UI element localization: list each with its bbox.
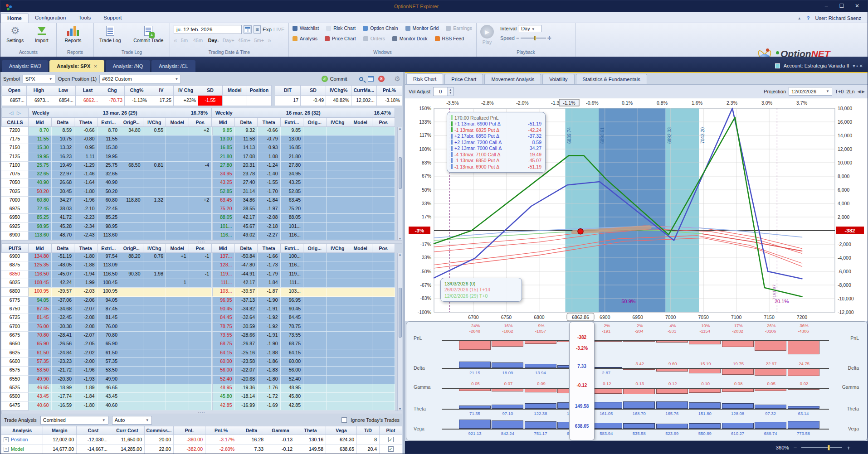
rss-feed-button[interactable]: RSS Feed — [435, 36, 464, 41]
expand-icon[interactable]: + — [4, 447, 9, 452]
puts-scrollbar[interactable]: ▲▼ — [397, 253, 402, 411]
tab-risk-chart[interactable]: Risk Chart — [406, 73, 443, 84]
risk-chart[interactable]: 6663.887161.976839.746890.616992.337043.… — [405, 98, 868, 321]
projection-date-select[interactable]: 12/02/2026▼ — [789, 87, 832, 96]
menu-tools[interactable]: Tools — [72, 13, 97, 23]
option-row[interactable]: 6825108.45-42.24-1.99108.45-1111...-42.1… — [1, 279, 402, 288]
zoom-in-icon[interactable]: + — [847, 444, 850, 451]
analysis-mode-select[interactable]: Combined▼ — [40, 416, 108, 425]
option-row[interactable]: 650043.45-17.74-1.8443.4545.80-18.14-1.7… — [1, 393, 402, 401]
plot-checkbox[interactable]: ✓ — [388, 437, 394, 442]
tab-analysis-cl[interactable]: Analysis: /CL — [151, 60, 195, 72]
plot-checkbox[interactable]: ✓ — [388, 446, 394, 452]
reports-button[interactable]: Reports — [60, 25, 86, 43]
trade-log-button[interactable]: Trade Log — [98, 25, 123, 43]
collapse-ribbon-icon[interactable]: ▲ — [798, 16, 801, 20]
option-row[interactable]: 702550.2030.45-1.8050.2052.8531.14-1.705… — [1, 188, 402, 197]
option-row[interactable]: 707532.6522.97-1.4632.6534.9523.78-1.403… — [1, 170, 402, 179]
projection-step-arrows[interactable]: ◀ ▶ — [858, 89, 865, 94]
option-row[interactable]: 6875125.35-48.05-1.88113.09128...-47.80-… — [1, 261, 402, 270]
option-row[interactable]: 6900113.6048.70-2.43113.60116...49.02-2.… — [1, 232, 402, 240]
option-row[interactable]: 6850116.50-45.07-1.94116.5090.301.98-111… — [1, 270, 402, 279]
option-row[interactable]: 652546.65-18.99-1.8946.6548.95-19.36-1.7… — [1, 384, 402, 393]
commit-trade-button[interactable]: Commit Trade — [131, 25, 166, 43]
interval-select[interactable]: Day ▼ — [518, 25, 541, 32]
expand-icon[interactable]: + — [4, 437, 9, 442]
strategy-select[interactable]: #692 Custom▼ — [99, 75, 181, 83]
splitter-handle[interactable]: ▪▪▪▪ — [1, 411, 402, 414]
symbol-select[interactable]: SPX▼ — [23, 75, 55, 83]
date-back-icon[interactable]: « — [174, 37, 177, 44]
date-step-5m+[interactable]: 5m+ — [254, 38, 264, 43]
calendar-icon[interactable] — [244, 25, 252, 34]
chain-prev-icon[interactable]: ◁ — [10, 110, 13, 116]
date-step-45m-[interactable]: 45m- — [193, 38, 205, 43]
chain-settings-gear-icon[interactable]: ⚙ — [395, 75, 400, 83]
date-step-Day+[interactable]: Day+ — [223, 38, 234, 43]
date-forward-icon[interactable]: » — [268, 37, 271, 44]
option-row[interactable]: 655049.90-20.30-1.9349.9052.40-20.68-1.8… — [1, 376, 402, 384]
import-button[interactable]: Import — [31, 25, 53, 43]
option-row[interactable]: 715015.3013.32-0.9515.3016.8514.13-0.931… — [1, 144, 402, 153]
option-row[interactable]: 657553.50-21.72-1.9653.5056.00-22.07-1.8… — [1, 367, 402, 375]
option-row[interactable]: 665065.90-26.56-2.0565.9068.75-26.87-1.9… — [1, 340, 402, 349]
option-row[interactable]: 710025.7519.49-1.2925.7568.500.81-427.80… — [1, 162, 402, 170]
tab-analysis-ewj[interactable]: Analysis: EWJ — [2, 60, 48, 72]
export-grid-icon[interactable] — [368, 76, 374, 82]
menu-configuration[interactable]: Configuration — [29, 13, 72, 23]
minimize-button[interactable]: – — [819, 2, 833, 10]
zoom-slider[interactable] — [801, 447, 842, 448]
ta-row[interactable]: +Position12,002.00-12,030...11,650.0020.… — [1, 435, 402, 444]
settings-button[interactable]: ⚙Settings — [4, 25, 26, 43]
option-row[interactable]: 6900134.80-51.19-1.8097.5488.200.76+1-11… — [1, 253, 402, 261]
option-row[interactable]: 72008.708.59-0.668.7034.800.55+29.859.32… — [1, 127, 402, 135]
option-row[interactable]: 662561.50-24.84-2.0261.5064.15-25.16-1.8… — [1, 349, 402, 358]
projection-mode-label[interactable]: T+0 — [835, 89, 844, 94]
splitter-handle[interactable]: ▪▪▪▪ — [1, 240, 402, 244]
zoom-out-icon[interactable]: − — [794, 444, 797, 451]
option-row[interactable]: 712519.9516.23-1.1119.9521.8017.08-1.082… — [1, 153, 402, 162]
tab-statistics-fundamentals[interactable]: Statistics & Fundamentals — [576, 74, 647, 84]
chain-next-icon[interactable]: ▷ — [17, 110, 20, 116]
trading-date-input[interactable] — [174, 25, 242, 34]
ignore-todays-trades-checkbox[interactable] — [341, 417, 347, 423]
tab-movement-analysis[interactable]: Movement Analysis — [484, 74, 541, 84]
option-row[interactable]: 667570.80-28.41-2.0770.8073.55-28.66-1.9… — [1, 332, 402, 340]
maximize-button[interactable]: ☐ — [835, 2, 848, 10]
option-row[interactable]: 677594.05-37.06-2.0694.0596.95-37.13-1.9… — [1, 297, 402, 305]
vol-adjust-spinner[interactable]: 0▲▼ — [433, 87, 454, 96]
tab-close-icon[interactable]: × — [94, 63, 97, 69]
analysis-auto-select[interactable]: Auto▼ — [112, 416, 152, 425]
option-row[interactable]: 675087.45-34.68-2.0787.4590.45-34.82-1.9… — [1, 305, 402, 314]
menu-home[interactable]: Home — [0, 13, 29, 23]
option-row[interactable]: 717511.5510.75-0.8011.5513.0011.58-0.791… — [1, 135, 402, 144]
option-row[interactable]: 692598.9545.28-2.3498.95101...45.67-2.18… — [1, 223, 402, 232]
analysis-button[interactable]: Analysis — [293, 36, 317, 41]
option-row[interactable]: 695085.2541.72-2.2385.2588.0542.17-2.088… — [1, 214, 402, 222]
option-row[interactable]: 705040.9026.68-1.6440.9043.2527.40-1.554… — [1, 179, 402, 188]
help-icon[interactable]: ? — [807, 15, 810, 21]
tab-price-chart[interactable]: Price Chart — [444, 74, 483, 84]
search-icon[interactable] — [359, 77, 363, 81]
close-button[interactable]: ✕ — [850, 2, 864, 10]
option-row[interactable]: 672581.45-32.45-2.0881.4584.45-32.64-1.9… — [1, 314, 402, 323]
date-step-Day-[interactable]: Day- — [208, 38, 219, 43]
monitor-dock-button[interactable]: Monitor Dock — [392, 36, 428, 41]
option-row[interactable]: 6800100.95-39.57-2.03100.95103...-39.57-… — [1, 288, 402, 296]
calls-scrollbar[interactable]: ▲▼ — [397, 127, 402, 240]
cancel-icon[interactable]: × — [378, 76, 385, 82]
speed-slider[interactable] — [521, 38, 546, 39]
tab-analysis-nq[interactable]: Analysis: /NQ — [106, 60, 151, 72]
option-row[interactable]: 660057.35-23.23-2.0057.3560.00-23.58-1.8… — [1, 358, 402, 367]
ta-row[interactable]: +Model14,677.00-14,667...14,285.0022.00-… — [1, 444, 402, 454]
date-step-5m-[interactable]: 5m- — [181, 38, 190, 43]
play-icon[interactable]: ▶ — [480, 25, 494, 39]
option-chain-button[interactable]: Option Chain — [363, 25, 398, 31]
option-row[interactable]: 700060.8034.27-1.9660.80118.801.32+263.4… — [1, 197, 402, 205]
projection-lines-label[interactable]: 2Ln — [846, 89, 854, 94]
tab-analysis-spx[interactable]: Analysis: SPX× — [49, 60, 104, 72]
date-step-45m+[interactable]: 45m+ — [238, 38, 251, 43]
option-row[interactable]: 670076.00-30.38-2.0876.0078.75-30.59-1.9… — [1, 323, 402, 332]
option-row[interactable]: 647540.60-16.59-1.8040.6042.85-16.99-1.6… — [1, 402, 402, 411]
monitor-grid-button[interactable]: Monitor Grid — [405, 25, 439, 31]
